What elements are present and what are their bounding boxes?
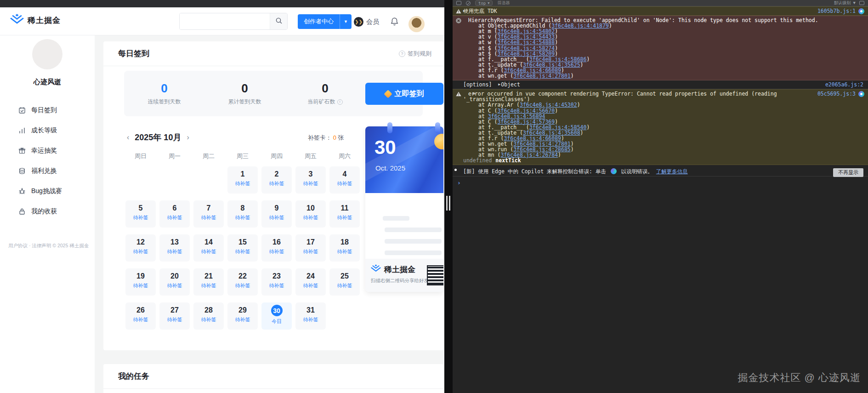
calendar-day-cell[interactable]: 20待补签	[159, 268, 190, 296]
expand-arrow-icon[interactable]: ▶	[498, 82, 500, 87]
sidebar-item-label: 幸运抽奖	[31, 147, 57, 155]
calendar-day-cell[interactable]: 5待补签	[125, 200, 156, 228]
stat-label-text: 累计签到天数	[228, 98, 261, 106]
calendar-day-cell[interactable]: 12待补签	[125, 234, 156, 262]
calendar-day-cell[interactable]: 19待补签	[125, 268, 156, 296]
context-selector[interactable]: top ▼	[475, 0, 493, 6]
calendar-day-cell[interactable]: 16待补签	[261, 234, 292, 262]
profile-avatar[interactable]	[32, 39, 62, 69]
console-panel-icon[interactable]	[456, 1, 461, 5]
search-icon	[275, 17, 283, 26]
expand-arrow-icon[interactable]: ▶	[468, 91, 476, 97]
weekday-label: 周二	[193, 152, 224, 160]
weekday-label: 周三	[227, 152, 258, 160]
console-message-list: ▶使用兜底 TDK1605b7b.js:1HierarchyRequestErr…	[453, 6, 868, 177]
calendar-day-cell[interactable]: 13待补签	[159, 234, 190, 262]
calendar-day-cell[interactable]: 14待补签	[193, 234, 224, 262]
calendar-prev-icon[interactable]: ‹	[124, 133, 132, 142]
expand-arrow-icon[interactable]: ▶	[463, 8, 465, 14]
calendar-day-cell[interactable]: 21待补签	[193, 268, 224, 296]
console-warning-entry: ▶error occurred in vue component renderi…	[453, 89, 868, 165]
sidebar: 心迹风逝 每日签到成长等级幸运抽奖福利兑换Bug挑战赛我的收获 用户协议 · 法…	[0, 35, 95, 393]
calendar-day-cell[interactable]: 29待补签	[227, 302, 258, 330]
search-button[interactable]	[270, 13, 287, 29]
weekday-label: 周四	[261, 152, 292, 160]
day-number: 13	[159, 238, 190, 246]
calendar-day-cell[interactable]: 7待补签	[193, 200, 224, 228]
sidebar-item-我的收获[interactable]: 我的收获	[0, 201, 95, 222]
member-link[interactable]: ❯❯ 会员	[354, 17, 379, 27]
calendar-next-icon[interactable]: ›	[184, 133, 192, 142]
calendar-day-cell[interactable]: 15待补签	[227, 234, 258, 262]
day-number: 3	[295, 170, 326, 178]
calendar-day-cell[interactable]: 27待补签	[159, 302, 190, 330]
splitter-drag-handle[interactable]	[446, 196, 450, 211]
sidebar-item-幸运抽奖[interactable]: 幸运抽奖	[0, 141, 95, 161]
sidebar-footer-links[interactable]: 用户协议 · 法律声明 © 2025 稀土掘金	[8, 243, 90, 249]
console-error-entry: HierarchyRequestError: Failed to execute…	[453, 16, 868, 80]
calendar-day-cell[interactable]: 1待补签	[227, 166, 258, 194]
makeup-card-unit: 张	[338, 134, 344, 141]
day-status-label: 待补签	[329, 180, 360, 187]
console-source-link[interactable]: 05c5695.js:3	[817, 91, 856, 97]
log-level-selector[interactable]: 默认级别 ▼	[834, 0, 856, 6]
calendar-empty-cell	[159, 166, 190, 194]
creator-center-label[interactable]: 创作者中心	[298, 14, 340, 29]
signin-rules-link[interactable]: ? 签到规则	[399, 50, 431, 58]
calendar-day-cell[interactable]: 10待补签	[295, 200, 326, 228]
sidebar-item-Bug挑战赛[interactable]: Bug挑战赛	[0, 181, 95, 201]
stat-label-text: 连续签到天数	[148, 98, 181, 106]
calendar-day-cell[interactable]: 17待补签	[295, 234, 326, 262]
calendar-day-cell[interactable]: 28待补签	[193, 302, 224, 330]
learn-more-link[interactable]: 了解更多信息	[656, 168, 688, 175]
makeup-card-counter: 补签卡：0张	[308, 134, 344, 142]
creator-center-dropdown[interactable]: ▼	[340, 14, 352, 29]
calendar-day-cell[interactable]: 3待补签	[295, 166, 326, 194]
copilot-explain-icon[interactable]	[858, 8, 864, 14]
object-preview[interactable]: Object	[501, 81, 520, 88]
user-avatar[interactable]	[408, 16, 425, 32]
calendar-day-cell[interactable]: 25待补签	[329, 268, 360, 296]
calendar-day-cell[interactable]: 2待补签	[261, 166, 292, 194]
signin-now-button[interactable]: 立即签到	[365, 83, 443, 105]
day-number: 28	[193, 306, 224, 314]
settings-icon[interactable]	[859, 1, 864, 5]
signin-now-label: 立即签到	[395, 89, 424, 99]
source-file-link[interactable]: 3f6c4e8.js:4:27801	[513, 73, 571, 79]
console-source-link[interactable]: e2065a6.js:2	[825, 82, 863, 87]
juejin-logo-icon	[371, 264, 381, 275]
calendar-day-cell[interactable]: 8待补签	[227, 200, 258, 228]
copilot-explain-icon[interactable]	[611, 168, 617, 174]
calendar-day-cell[interactable]: 26待补签	[125, 302, 156, 330]
calendar-day-cell[interactable]: 9待补签	[261, 200, 292, 228]
calendar-day-cell[interactable]: 23待补签	[261, 268, 292, 296]
placeholder-bar	[385, 251, 442, 255]
share-promo-card: 30 Oct. 2025 稀土掘	[365, 126, 443, 292]
sidebar-item-福利兑换[interactable]: 福利兑换	[0, 161, 95, 181]
calendar-pin-icon	[435, 122, 440, 133]
day-status-label: 待补签	[125, 214, 156, 221]
notification-bell-icon[interactable]	[390, 17, 399, 28]
calendar-day-cell[interactable]: 6待补签	[159, 200, 190, 228]
sidebar-item-每日签到[interactable]: 每日签到	[0, 100, 95, 120]
calendar-day-cell[interactable]: 11待补签	[329, 200, 360, 228]
clear-console-icon[interactable]	[466, 1, 471, 6]
calendar-day-cell[interactable]: 24待补签	[295, 268, 326, 296]
day-status-label: 待补签	[295, 214, 326, 221]
console-source-link[interactable]: 1605b7b.js:1	[817, 8, 856, 14]
calendar-day-today[interactable]: 30今日	[261, 302, 292, 330]
juejin-logo[interactable]: 稀土掘金	[10, 14, 61, 27]
day-status-label: 待补签	[125, 316, 156, 323]
sidebar-item-成长等级[interactable]: 成长等级	[0, 120, 95, 141]
source-file-link[interactable]: 3f6c4e8.js:4:41879	[551, 23, 609, 29]
search-input[interactable]	[180, 13, 270, 29]
filter-input[interactable]: 筛选器	[497, 0, 510, 6]
browser-window: 稀土掘金 创作者中心 ▼ ❯❯ 会员	[0, 0, 444, 393]
calendar-day-cell[interactable]: 18待补签	[329, 234, 360, 262]
info-circle-icon[interactable]: !	[337, 99, 343, 105]
console-prompt[interactable]: ›	[453, 177, 868, 186]
calendar-day-cell[interactable]: 4待补签	[329, 166, 360, 194]
calendar-day-cell[interactable]: 31待补签	[295, 302, 326, 330]
stack-frame-text: )	[555, 108, 558, 114]
calendar-day-cell[interactable]: 22待补签	[227, 268, 258, 296]
